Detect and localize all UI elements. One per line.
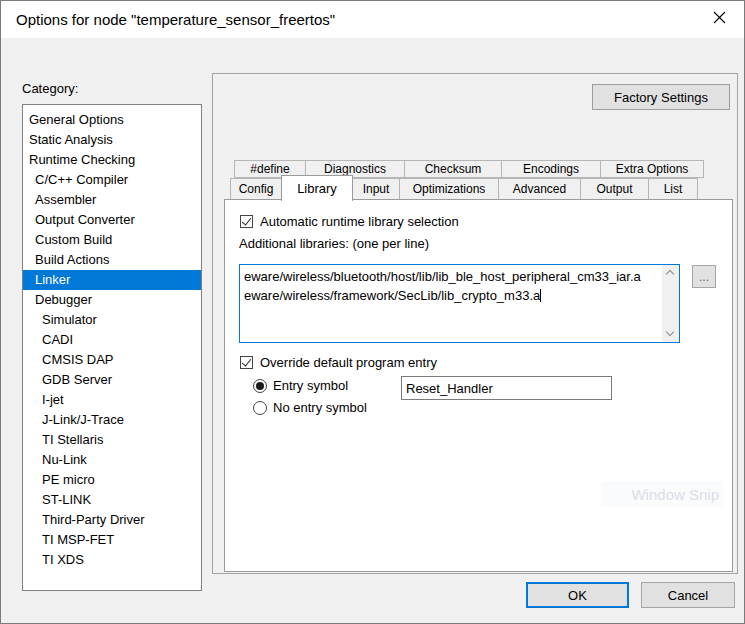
textarea-scrollbar[interactable]	[662, 265, 679, 342]
list-item-st-link[interactable]: ST-LINK	[23, 490, 201, 510]
no-entry-symbol-label: No entry symbol	[273, 400, 367, 415]
library-path-line: eware/wireless/framework/SecLib/lib_cryp…	[244, 286, 662, 305]
tab-input[interactable]: Input	[352, 178, 400, 200]
list-item-i-jet[interactable]: I-jet	[23, 390, 201, 410]
list-item-simulator[interactable]: Simulator	[23, 310, 201, 330]
list-item-custom-build[interactable]: Custom Build	[23, 230, 201, 250]
list-item-runtime-checking[interactable]: Runtime Checking	[23, 150, 201, 170]
checkbox-checked-icon	[240, 356, 253, 369]
cancel-button[interactable]: Cancel	[641, 582, 735, 608]
list-item-third-party-driver[interactable]: Third-Party Driver	[23, 510, 201, 530]
tab-config[interactable]: Config	[230, 178, 282, 200]
tab-library[interactable]: Library	[281, 175, 353, 201]
override-entry-label: Override default program entry	[260, 355, 437, 370]
entry-symbol-radio[interactable]: Entry symbol	[253, 378, 348, 393]
library-path-line: eware/wireless/bluetooth/host/lib/lib_bl…	[244, 267, 662, 286]
entry-symbol-input[interactable]	[401, 376, 612, 400]
list-item-j-link-j-trace[interactable]: J-Link/J-Trace	[23, 410, 201, 430]
list-item-static-analysis[interactable]: Static Analysis	[23, 130, 201, 150]
list-item-pe-micro[interactable]: PE micro	[23, 470, 201, 490]
list-item-output-converter[interactable]: Output Converter	[23, 210, 201, 230]
list-item-gdb-server[interactable]: GDB Server	[23, 370, 201, 390]
tab-output[interactable]: Output	[580, 178, 649, 200]
entry-symbol-label: Entry symbol	[273, 378, 348, 393]
category-label: Category:	[22, 81, 78, 96]
library-tab-page: Automatic runtime library selection Addi…	[224, 199, 733, 572]
override-entry-checkbox[interactable]: Override default program entry	[240, 355, 437, 370]
browse-libraries-button[interactable]: ...	[692, 265, 716, 288]
libs-textbox-content: eware/wireless/bluetooth/host/lib/lib_bl…	[240, 265, 662, 342]
list-item-ti-xds[interactable]: TI XDS	[23, 550, 201, 570]
tab-advanced[interactable]: Advanced	[498, 178, 581, 200]
tab-extra-options[interactable]: Extra Options	[600, 160, 704, 178]
text-caret	[540, 289, 541, 302]
radio-selected-icon	[253, 379, 267, 393]
ok-button[interactable]: OK	[526, 582, 629, 608]
list-item-build-actions[interactable]: Build Actions	[23, 250, 201, 270]
list-item-debugger[interactable]: Debugger	[23, 290, 201, 310]
scroll-down-icon[interactable]	[662, 325, 679, 342]
list-item-cadi[interactable]: CADI	[23, 330, 201, 350]
window-snip-watermark: Window Snip	[601, 481, 723, 507]
tab-checksum[interactable]: Checksum	[404, 160, 502, 178]
additional-libraries-textarea[interactable]: eware/wireless/bluetooth/host/lib/lib_bl…	[239, 264, 680, 343]
close-icon	[713, 10, 726, 28]
radio-unselected-icon	[253, 401, 267, 415]
list-item-cmsis-dap[interactable]: CMSIS DAP	[23, 350, 201, 370]
dialog-title: Options for node "temperature_sensor_fre…	[1, 11, 335, 28]
title-bar: Options for node "temperature_sensor_fre…	[1, 1, 744, 38]
options-dialog: Options for node "temperature_sensor_fre…	[0, 0, 745, 624]
additional-libraries-label: Additional libraries: (one per line)	[239, 236, 429, 251]
factory-settings-button[interactable]: Factory Settings	[592, 84, 730, 110]
tab-encodings[interactable]: Encodings	[501, 160, 601, 178]
close-button[interactable]	[700, 5, 738, 33]
scroll-up-icon[interactable]	[662, 265, 679, 282]
checkbox-checked-icon	[240, 215, 253, 228]
options-groupbox: Factory Settings #defineDiagnosticsCheck…	[212, 73, 738, 574]
tab-list[interactable]: List	[648, 178, 698, 200]
category-list[interactable]: General OptionsStatic AnalysisRuntime Ch…	[22, 104, 202, 591]
list-item-assembler[interactable]: Assembler	[23, 190, 201, 210]
list-item-ti-stellaris[interactable]: TI Stellaris	[23, 430, 201, 450]
list-item-nu-link[interactable]: Nu-Link	[23, 450, 201, 470]
tab-row-lower: ConfigLibraryInputOptimizationsAdvancedO…	[230, 178, 698, 200]
automatic-runtime-label: Automatic runtime library selection	[260, 214, 459, 229]
list-item-general-options[interactable]: General Options	[23, 110, 201, 130]
list-item-ti-msp-fet[interactable]: TI MSP-FET	[23, 530, 201, 550]
automatic-runtime-checkbox[interactable]: Automatic runtime library selection	[240, 214, 459, 229]
list-item-c-c-compiler[interactable]: C/C++ Compiler	[23, 170, 201, 190]
list-item-linker[interactable]: Linker	[23, 270, 201, 290]
tab-optimizations[interactable]: Optimizations	[399, 178, 499, 200]
no-entry-symbol-radio[interactable]: No entry symbol	[253, 400, 367, 415]
